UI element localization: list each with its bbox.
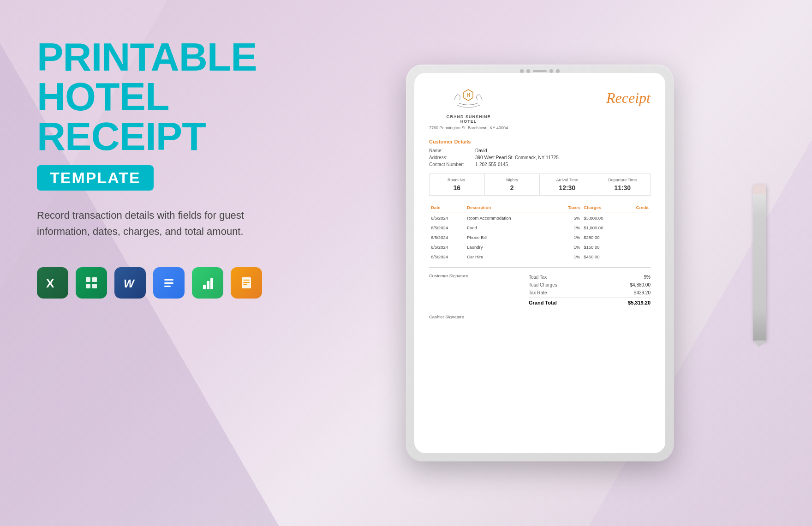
- cell-description: Car Hire: [465, 252, 548, 262]
- tablet-dot-4: [556, 69, 560, 73]
- th-spacer: [548, 202, 555, 213]
- main-title: PRINTABLE HOTEL RECEIPT: [37, 37, 268, 156]
- room-value: 16: [434, 184, 480, 191]
- grand-total-label: Grand Total: [529, 300, 557, 305]
- cell-description: Food: [465, 223, 548, 233]
- customer-signature-block: Customer Signature: [429, 273, 468, 278]
- svg-rect-7: [164, 282, 173, 284]
- cell-taxes: 1%: [555, 252, 582, 262]
- cell-credit: [622, 252, 651, 262]
- cell-date: 6/5/2024: [429, 223, 465, 233]
- numbers-icon[interactable]: [192, 267, 223, 299]
- cell-date: 6/5/2024: [429, 213, 465, 223]
- cell-taxes: 1%: [555, 223, 582, 233]
- excel-icon[interactable]: X: [37, 267, 68, 299]
- table-row: 6/5/2024 Car Hire 1% $450.00: [429, 252, 651, 262]
- svg-rect-6: [164, 279, 173, 281]
- table-row: 6/5/2024 Laundry 1% $150.00: [429, 242, 651, 252]
- tax-rate-row: Tax Rate $439.20: [529, 289, 651, 297]
- description-text: Record transaction details with fields f…: [37, 207, 249, 239]
- app-icons-row: X W: [37, 267, 268, 299]
- svg-rect-9: [203, 285, 206, 289]
- google-sheets-icon[interactable]: [76, 267, 107, 299]
- customer-details-title: Customer Details: [429, 139, 651, 144]
- cell-spacer: [548, 242, 555, 252]
- table-row: 6/5/2024 Food 1% $1,000.00: [429, 223, 651, 233]
- svg-text:H: H: [467, 93, 470, 98]
- name-value: David: [475, 148, 487, 153]
- right-panel: H GRAND SUNSHINEHOTEL 7760 Pennington St…: [295, 0, 812, 526]
- left-panel: PRINTABLE HOTEL RECEIPT TEMPLATE Record …: [0, 0, 295, 526]
- tablet-dot-3: [549, 69, 553, 73]
- grand-total-value: $5,319.20: [628, 300, 651, 305]
- total-charges-value: $4,880.00: [630, 282, 651, 287]
- hotel-name-text: GRAND SUNSHINEHOTEL: [446, 114, 490, 124]
- svg-rect-8: [164, 286, 171, 287]
- cell-date: 6/5/2024: [429, 233, 465, 242]
- nights-label: Nights: [490, 178, 535, 182]
- th-description: Description: [465, 202, 548, 213]
- cell-charges: $3,000.00: [582, 213, 622, 223]
- svg-rect-10: [207, 281, 209, 289]
- stay-grid: Room No. 16 Nights 2 Arrival Time 12:30 …: [429, 173, 651, 196]
- name-label: Name:: [429, 148, 475, 153]
- th-credit: Credit: [622, 202, 651, 213]
- tablet-dot-1: [520, 69, 524, 73]
- cell-charges: $280.00: [582, 233, 622, 242]
- room-cell: Room No. 16: [430, 174, 485, 195]
- arrival-value: 12:30: [544, 184, 590, 191]
- cashier-signature-block: Cashier Signature: [429, 314, 468, 319]
- cell-spacer: [548, 252, 555, 262]
- word-icon[interactable]: W: [114, 267, 146, 299]
- pages-icon[interactable]: [231, 267, 262, 299]
- cashier-signature-label: Cashier Signature: [429, 314, 468, 319]
- tablet-frame: H GRAND SUNSHINEHOTEL 7760 Pennington St…: [406, 65, 674, 461]
- hotel-logo-area: H GRAND SUNSHINEHOTEL 7760 Pennington St…: [429, 86, 508, 130]
- cell-description: Room Accommodation: [465, 213, 548, 223]
- svg-rect-13: [243, 280, 250, 281]
- hotel-address-text: 7760 Pennington St. Bardstown, KY 40004: [429, 126, 508, 130]
- total-charges-label: Total Charges: [529, 282, 557, 287]
- cell-date: 6/5/2024: [429, 252, 465, 262]
- svg-text:X: X: [46, 276, 54, 290]
- th-date: Date: [429, 202, 465, 213]
- cell-credit: [622, 223, 651, 233]
- room-label: Room No.: [434, 178, 480, 182]
- google-docs-icon[interactable]: [153, 267, 185, 299]
- tax-rate-label: Tax Rate: [529, 290, 547, 295]
- svg-text:W: W: [124, 277, 135, 290]
- cell-charges: $150.00: [582, 242, 622, 252]
- svg-rect-3: [86, 284, 90, 288]
- total-tax-row: Total Tax 9%: [529, 273, 651, 281]
- cell-spacer: [548, 213, 555, 223]
- header-divider: [429, 135, 651, 135]
- table-bottom-divider: [429, 267, 651, 268]
- cell-taxes: 1%: [555, 242, 582, 252]
- name-row: Name: David: [429, 148, 651, 153]
- table-row: 6/5/2024 Room Accommodation 5% $3,000.00: [429, 213, 651, 223]
- cell-spacer: [548, 223, 555, 233]
- hotel-logo-svg: H: [450, 86, 487, 114]
- address-value: 390 West Pearl St. Commack, NY 11725: [475, 155, 559, 160]
- cell-date: 6/5/2024: [429, 242, 465, 252]
- departure-cell: Departure Time 11:30: [595, 174, 651, 195]
- total-tax-value: 9%: [644, 275, 651, 280]
- svg-rect-15: [243, 284, 247, 285]
- th-charges: Charges: [582, 202, 622, 213]
- svg-rect-2: [92, 277, 97, 282]
- cell-spacer: [548, 233, 555, 242]
- total-charges-row: Total Charges $4,880.00: [529, 281, 651, 289]
- arrival-cell: Arrival Time 12:30: [540, 174, 595, 195]
- cell-credit: [622, 213, 651, 223]
- contact-value: 1-202-555-0145: [475, 162, 508, 167]
- svg-rect-11: [210, 278, 213, 289]
- grand-total-row: Grand Total $5,319.20: [529, 298, 651, 307]
- receipt-label: Receipt: [606, 90, 651, 107]
- tablet-dot-2: [526, 69, 530, 73]
- cell-description: Phone Bill: [465, 233, 548, 242]
- cell-credit: [622, 233, 651, 242]
- address-label: Address:: [429, 155, 475, 160]
- svg-rect-1: [86, 277, 90, 282]
- charges-table: Date Description Taxes Charges Credit 6/…: [429, 202, 651, 262]
- template-badge: TEMPLATE: [37, 165, 154, 191]
